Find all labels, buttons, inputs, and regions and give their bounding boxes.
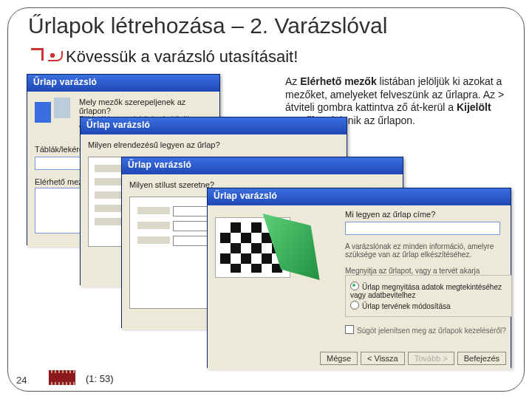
page-number: 24 xyxy=(16,375,27,386)
finish-flag-icon xyxy=(215,217,290,278)
next-button[interactable]: Tovább > xyxy=(408,352,454,365)
option-modify-design[interactable]: Űrlap tervének módosítása xyxy=(350,301,507,310)
back-button[interactable]: < Vissza xyxy=(361,352,405,365)
slide-title: Űrlapok létrehozása – 2. Varázslóval xyxy=(28,13,387,38)
wizard-titlebar: Űrlap varázsló xyxy=(81,117,347,134)
finish-button[interactable]: Befejezés xyxy=(457,352,506,365)
opt2-label: Űrlap tervének módosítása xyxy=(362,302,451,310)
step3-question: Milyen stílust szeretne? xyxy=(129,180,214,189)
opt1-label: Űrlap megnyitása adatok megtekintéséhez … xyxy=(350,283,502,299)
option-open-form[interactable]: Űrlap megnyitása adatok megtekintéséhez … xyxy=(350,282,507,299)
cancel-button[interactable]: Mégse xyxy=(320,352,358,365)
show-help-checkbox[interactable]: Súgót jelenítsen meg az űrlapok kezelésé… xyxy=(345,325,506,335)
subtitle-text: Kövessük a varázsló utasításait! xyxy=(66,47,298,66)
slide-subtitle: Kövessük a varázsló utasításait! xyxy=(47,47,298,66)
chk-label: Súgót jelenítsen meg az űrlapok kezelésé… xyxy=(357,327,506,335)
timecode: (1: 53) xyxy=(86,373,114,384)
step4-question: Mi legyen az űrlap címe? xyxy=(345,210,435,219)
spiral-bullet-icon xyxy=(48,51,63,61)
step1-question: Mely mezők szerepeljenek az űrlapon? xyxy=(79,98,212,115)
wizard-titlebar: Űrlap varázsló xyxy=(27,75,219,92)
wizard-titlebar: Űrlap varázsló xyxy=(122,157,403,174)
wizard-buttons: Mégse < Vissza Tovább > Befejezés xyxy=(320,352,506,365)
finish-options: Űrlap megnyitása adatok megtekintéséhez … xyxy=(345,275,512,317)
form-title-input[interactable] xyxy=(345,222,500,235)
wizard-step4-dialog: Űrlap varázsló Mi legyen az űrlap címe? … xyxy=(207,188,511,368)
film-icon xyxy=(49,370,75,385)
desc-line1: A varázslónak ez minden információ, amel… xyxy=(345,242,494,259)
fields-icon xyxy=(35,98,72,127)
wizard-titlebar: Űrlap varázsló xyxy=(208,188,511,205)
step2-question: Milyen elrendezésű legyen az űrlap? xyxy=(88,140,220,149)
